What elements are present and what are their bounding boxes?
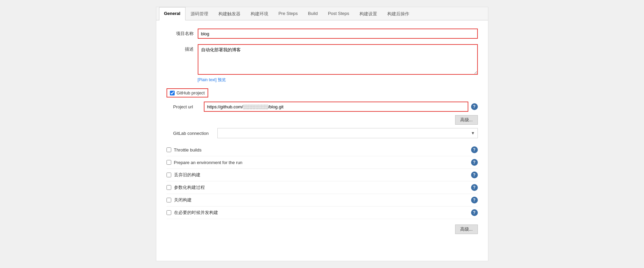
github-project-checkbox[interactable]	[170, 91, 175, 95]
project-url-help-icon[interactable]: ?	[471, 103, 478, 110]
plain-text-link[interactable]: [Plain text]	[198, 77, 217, 82]
textarea-footer: [Plain text] 预览	[198, 77, 478, 83]
github-project-section: GitHub project Project url ? 高级... GitL	[167, 88, 478, 138]
option-disable-build-row: 关闭构建 ?	[167, 194, 478, 207]
gitlab-connection-label: GitLab connection	[173, 131, 217, 136]
description-control: 自动化部署我的博客 [Plain text] 预览	[198, 44, 478, 83]
tab-build[interactable]: Build	[303, 7, 323, 20]
tab-poststeps[interactable]: Post Steps	[323, 7, 354, 20]
concurrent-label[interactable]: 在必要的时候并发构建	[174, 210, 218, 216]
description-textarea[interactable]: 自动化部署我的博客	[198, 44, 478, 75]
project-url-row: Project url ?	[173, 102, 478, 112]
option-discard-old-row: 丢弃旧的构建 ?	[167, 169, 478, 181]
throttle-label[interactable]: Throttle builds	[174, 147, 202, 153]
discard-old-checkbox[interactable]	[167, 173, 171, 177]
option-prepare-env-left: Prepare an environment for the run	[167, 160, 242, 165]
content-area: 项目名称 描述 自动化部署我的博客 [Plain text] 预览	[156, 20, 488, 242]
tab-env[interactable]: 构建环境	[246, 7, 273, 20]
discard-old-label[interactable]: 丢弃旧的构建	[174, 172, 200, 178]
option-concurrent-row: 在必要的时候并发构建 ?	[167, 207, 478, 219]
disable-build-checkbox[interactable]	[167, 198, 171, 202]
option-discard-old-left: 丢弃旧的构建	[167, 172, 200, 178]
disable-build-help-icon[interactable]: ?	[471, 197, 478, 203]
prepare-env-checkbox[interactable]	[167, 160, 171, 165]
discard-old-help-icon[interactable]: ?	[471, 172, 478, 178]
advanced-button[interactable]: 高级...	[455, 115, 478, 125]
description-label: 描述	[167, 44, 194, 52]
project-url-label: Project url	[173, 104, 204, 109]
tab-general[interactable]: General	[159, 7, 186, 20]
tab-postbuild[interactable]: 构建后操作	[382, 7, 414, 20]
tab-trigger[interactable]: 构建触发器	[213, 7, 246, 20]
project-url-input-wrap: ?	[204, 102, 478, 112]
advanced-btn-wrap: 高级...	[167, 115, 478, 125]
bottom-advanced-wrap: 高级...	[167, 225, 478, 234]
prepare-env-label[interactable]: Prepare an environment for the run	[174, 160, 242, 165]
parameterize-help-icon[interactable]: ?	[471, 184, 478, 191]
tab-presteps[interactable]: Pre Steps	[273, 7, 303, 20]
github-project-label[interactable]: GitHub project	[177, 90, 205, 95]
tab-settings[interactable]: 构建设置	[354, 7, 382, 20]
project-name-label: 项目名称	[167, 29, 194, 37]
parameterize-label[interactable]: 参数化构建过程	[174, 184, 205, 191]
preview-link[interactable]: 预览	[218, 77, 226, 82]
throttle-checkbox[interactable]	[167, 147, 171, 152]
description-row: 描述 自动化部署我的博客 [Plain text] 预览	[167, 44, 478, 83]
project-url-input[interactable]	[204, 102, 468, 112]
option-throttle-left: Throttle builds	[167, 147, 202, 153]
github-project-header: GitHub project	[167, 88, 208, 97]
project-name-input[interactable]	[198, 29, 478, 39]
gitlab-select-wrap: ▼	[217, 128, 478, 138]
option-throttle-row: Throttle builds ?	[167, 144, 478, 156]
option-section: Throttle builds ? Prepare an environment…	[167, 144, 478, 219]
concurrent-help-icon[interactable]: ?	[471, 209, 478, 216]
option-disable-build-left: 关闭构建	[167, 197, 192, 203]
bottom-advanced-button[interactable]: 高级...	[455, 225, 478, 234]
tab-bar: General 源码管理 构建触发器 构建环境 Pre Steps Build …	[156, 7, 488, 20]
project-name-control	[198, 29, 478, 39]
option-parameterize-row: 参数化构建过程 ?	[167, 181, 478, 194]
throttle-help-icon[interactable]: ?	[471, 146, 478, 153]
option-parameterize-left: 参数化构建过程	[167, 184, 205, 191]
page-wrapper: General 源码管理 构建触发器 构建环境 Pre Steps Build …	[0, 0, 644, 268]
option-concurrent-left: 在必要的时候并发构建	[167, 210, 218, 216]
concurrent-checkbox[interactable]	[167, 210, 171, 215]
prepare-env-help-icon[interactable]: ?	[471, 159, 478, 166]
option-prepare-env-row: Prepare an environment for the run ?	[167, 156, 478, 169]
tab-source[interactable]: 源码管理	[186, 7, 213, 20]
disable-build-label[interactable]: 关闭构建	[174, 197, 192, 203]
project-name-row: 项目名称	[167, 29, 478, 39]
gitlab-connection-row: GitLab connection ▼	[173, 128, 478, 138]
gitlab-connection-select[interactable]	[217, 128, 478, 138]
parameterize-checkbox[interactable]	[167, 185, 171, 190]
main-panel: General 源码管理 构建触发器 构建环境 Pre Steps Build …	[156, 7, 488, 261]
